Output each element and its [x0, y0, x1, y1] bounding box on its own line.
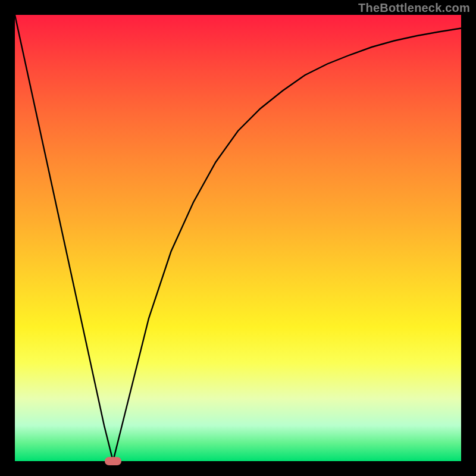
curve-path: [15, 15, 461, 461]
chart-frame: TheBottleneck.com: [0, 0, 476, 476]
attribution-text: TheBottleneck.com: [358, 1, 470, 15]
minimum-marker: [105, 457, 121, 465]
curve-svg: [15, 15, 461, 461]
plot-area: [15, 15, 461, 461]
